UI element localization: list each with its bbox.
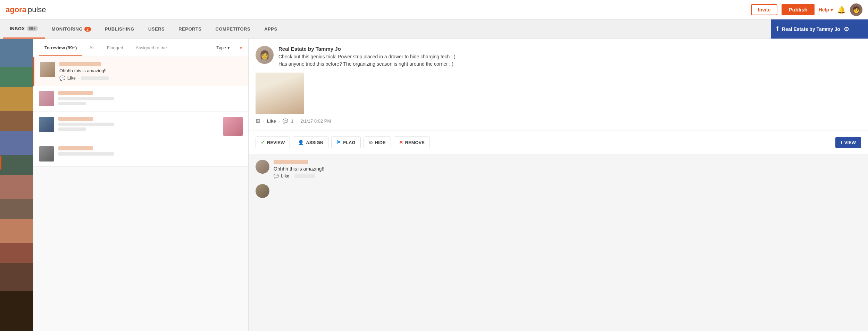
view-button[interactable]: f VIEW — [835, 137, 861, 148]
tab-flagged[interactable]: Flagged — [101, 40, 129, 55]
remove-button[interactable]: ✕ REMOVE — [394, 136, 430, 148]
sec-nav-label: REPORTS — [178, 26, 201, 32]
assign-button[interactable]: 👤 ASSIGN — [293, 136, 328, 148]
invite-button[interactable]: Invite — [751, 4, 778, 15]
sec-nav-item-competitors[interactable]: COMPETITORS — [209, 19, 258, 39]
sec-nav-item-monitoring[interactable]: MONITORING2 — [45, 19, 98, 39]
post-author-avatar: 👩 — [256, 46, 274, 64]
inbox-item-text: Ohhhh this is amazing!! — [59, 68, 243, 73]
logo-area: agora pulse — [6, 5, 751, 14]
page-name: Real Estate by Tammy Jo — [782, 26, 840, 32]
flag-button[interactable]: ⚑ FLAG — [331, 136, 360, 148]
list-item[interactable] — [33, 141, 248, 167]
sec-nav-label: INBOX — [10, 26, 25, 31]
tab-to-review[interactable]: To review (99+) — [39, 40, 82, 55]
list-item[interactable] — [33, 112, 248, 141]
commenter-name-placeholder — [274, 160, 308, 164]
detail-panel: 👩 Real Estate by Tammy Jo Check out this… — [249, 39, 868, 331]
photo-icon: 🖼 — [256, 118, 260, 124]
facebook-icon: f — [776, 25, 778, 33]
like-link[interactable]: Like — [267, 118, 276, 124]
meta-placeholder — [81, 76, 109, 80]
sec-nav-item-publishing[interactable]: PUBLISHING — [98, 19, 141, 39]
comment-item — [256, 184, 861, 198]
chevron-down-icon: ▾ — [831, 7, 833, 13]
avatar-img — [39, 117, 54, 132]
comment-icon: 💬 — [59, 75, 65, 81]
action-buttons-bar: ✓ REVIEW 👤 ASSIGN ⚑ FLAG ⊘ HIDE ✕ REMOVE… — [249, 131, 868, 154]
inbox-item-line1 — [58, 123, 114, 126]
inbox-item-name-placeholder — [58, 91, 93, 95]
sec-nav-label: COMPETITORS — [216, 26, 251, 32]
comment-body: Ohhhh this is amazing!! 💬 Like · — [274, 160, 861, 179]
avatar-img — [39, 146, 54, 162]
inbox-panel: To review (99+) All Flagged Assigned to … — [33, 39, 249, 331]
review-button[interactable]: ✓ REVIEW — [256, 136, 290, 148]
inbox-item-line1 — [58, 97, 114, 100]
like-link[interactable]: Like — [281, 174, 289, 179]
post-text: Check out this genius trick! Power strip… — [278, 53, 861, 68]
tab-all[interactable]: All — [84, 40, 100, 55]
tab-assigned-to-me[interactable]: Assigned to me — [130, 40, 173, 55]
logo-pulse: pulse — [28, 5, 46, 14]
help-button[interactable]: Help ▾ — [819, 7, 833, 13]
main-layout: To review (99+) All Flagged Assigned to … — [0, 39, 868, 331]
bell-icon[interactable]: 🔔 — [837, 6, 846, 14]
sec-nav-item-users[interactable]: USERS — [141, 19, 172, 39]
avatar-img: 🧑 — [852, 6, 860, 14]
sec-nav-label: APPS — [264, 26, 277, 32]
post-actions: 🖼 · Like · 💬 1 · 2/1/17 8:02 PM — [256, 118, 861, 124]
avatar-img — [40, 62, 55, 77]
inbox-item-line2 — [58, 127, 86, 131]
inbox-item-content: Ohhhh this is amazing!! 💬 Like · — [59, 62, 243, 81]
nav-badge: 99+ — [27, 26, 38, 31]
flag-icon: ⚑ — [336, 140, 341, 145]
sidebar-visual — [0, 39, 33, 331]
sec-nav-item-apps[interactable]: APPS — [257, 19, 284, 39]
avatar[interactable]: 🧑 — [850, 3, 862, 16]
comment-item: Ohhhh this is amazing!! 💬 Like · — [256, 160, 861, 179]
inbox-item-line2 — [58, 102, 86, 105]
inbox-item-name-placeholder — [58, 146, 93, 150]
post-author-name: Real Estate by Tammy Jo — [278, 46, 861, 52]
comments-section: Ohhhh this is amazing!! 💬 Like · — [249, 154, 868, 209]
page-selector[interactable]: f Real Estate by Tammy Jo ⚙ — [771, 19, 868, 39]
sec-nav-item-reports[interactable]: REPORTS — [172, 19, 208, 39]
post-timestamp: 2/1/17 8:02 PM — [300, 118, 331, 124]
comment-icon: 💬 — [283, 118, 288, 124]
inbox-item-name-placeholder — [58, 117, 93, 121]
post-image — [256, 73, 304, 114]
active-sidebar-indicator — [0, 156, 1, 169]
like-link[interactable]: Like — [67, 76, 76, 81]
facebook-icon: f — [841, 140, 842, 145]
sec-nav-item-inbox[interactable]: INBOX99+ — [3, 19, 45, 39]
post-image-inner — [256, 73, 304, 114]
sec-nav-label: MONITORING — [52, 26, 83, 32]
inbox-item-avatar — [39, 146, 54, 162]
settings-gear-icon[interactable]: ⚙ — [844, 25, 849, 33]
comment-meta: 💬 Like · — [274, 174, 861, 179]
avatar-img — [39, 91, 54, 106]
inbox-item-content — [58, 117, 219, 132]
inbox-item-avatar — [39, 91, 54, 106]
list-item[interactable]: Ohhhh this is amazing!! 💬 Like · — [33, 57, 248, 86]
more-tabs-arrow[interactable]: » — [240, 45, 243, 51]
hide-button[interactable]: ⊘ HIDE — [364, 136, 391, 148]
publish-button[interactable]: Publish — [782, 4, 814, 15]
avatar-img: 👩 — [256, 46, 274, 64]
inbox-item-avatar — [40, 62, 55, 77]
post-header: 👩 Real Estate by Tammy Jo Check out this… — [256, 46, 861, 68]
comment-icon: 💬 — [274, 174, 279, 179]
comment-count: 1 — [291, 118, 293, 124]
inbox-item-avatar — [39, 117, 54, 132]
top-nav: agora pulse Invite Publish Help ▾ 🔔 🧑 — [0, 0, 868, 19]
comment-avatar — [256, 160, 269, 174]
inbox-list: Ohhhh this is amazing!! 💬 Like · — [33, 57, 248, 331]
post-info: Real Estate by Tammy Jo Check out this g… — [278, 46, 861, 68]
logo-agora: agora — [6, 5, 26, 14]
sec-nav-items: INBOX99+MONITORING2PUBLISHINGUSERSREPORT… — [0, 19, 771, 39]
inbox-item-image — [223, 117, 243, 136]
nav-right: Invite Publish Help ▾ 🔔 🧑 — [751, 3, 862, 16]
list-item[interactable] — [33, 86, 248, 112]
type-filter[interactable]: Type ▾ — [211, 42, 235, 53]
